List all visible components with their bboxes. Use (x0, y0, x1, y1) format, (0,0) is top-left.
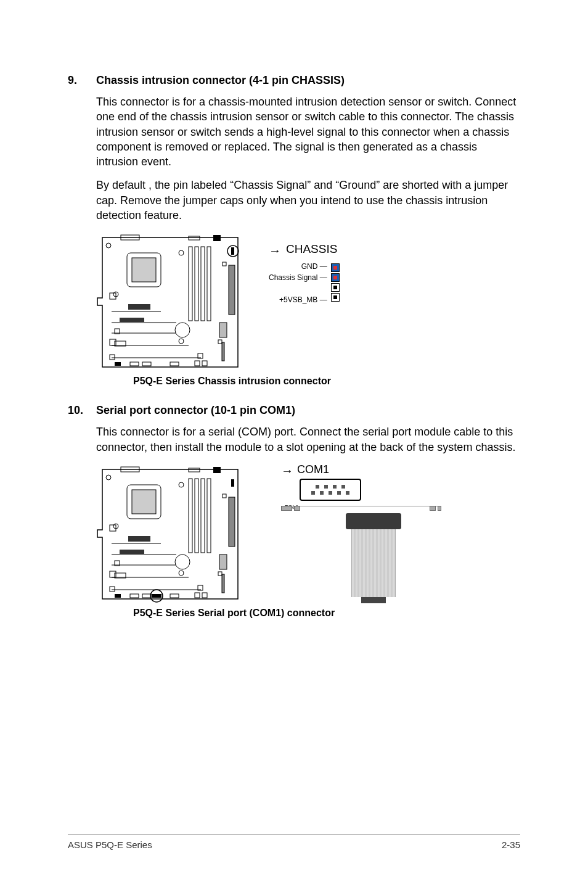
slot-bracket (281, 506, 441, 511)
svg-rect-55 (231, 479, 234, 487)
heading-row: 10. Serial port connector (10-1 pin COM1… (68, 404, 520, 417)
svg-rect-50 (195, 479, 198, 553)
pin-label-vsb: +5VSB_MB (279, 295, 317, 304)
chassis-label: CHASSIS (286, 242, 337, 256)
svg-rect-58 (218, 572, 222, 576)
svg-rect-57 (222, 574, 224, 593)
svg-point-46 (179, 482, 184, 487)
svg-point-5 (106, 243, 111, 248)
svg-rect-77 (110, 587, 115, 592)
svg-rect-33 (195, 361, 200, 366)
svg-rect-73 (202, 593, 207, 598)
svg-point-45 (106, 475, 111, 480)
svg-rect-71 (170, 594, 179, 598)
svg-rect-62 (120, 550, 144, 554)
motherboard-diagram (96, 463, 244, 605)
arrow-icon: → (281, 464, 293, 478)
svg-rect-17 (219, 323, 227, 337)
svg-rect-30 (130, 362, 139, 366)
figure-com1: → COM1 PIN 1 (96, 463, 520, 619)
pin-header (331, 263, 341, 303)
pin-label-gnd: GND (301, 262, 318, 271)
figure-chassis: → CHASSIS GND — Chassis Signal — +5VSB_M… (96, 231, 520, 387)
svg-rect-36 (110, 293, 116, 299)
com-header-box (300, 479, 361, 501)
svg-rect-53 (229, 497, 235, 547)
svg-rect-12 (207, 247, 211, 321)
svg-rect-14 (223, 262, 226, 266)
svg-rect-69 (130, 594, 139, 598)
section-chassis-intrusion: 9. Chassis intrusion connector (4-1 pin … (68, 74, 520, 387)
svg-rect-72 (195, 593, 200, 598)
svg-rect-19 (218, 340, 222, 344)
figure-caption: P5Q-E Series Chassis intrusion connector (133, 376, 520, 387)
svg-rect-9 (189, 247, 192, 321)
svg-rect-31 (142, 362, 151, 366)
heading-number: 9. (68, 74, 96, 87)
svg-rect-1 (189, 236, 200, 240)
svg-rect-10 (195, 247, 198, 321)
figure-caption: P5Q-E Series Serial port (COM1) connecto… (133, 608, 520, 619)
svg-rect-38 (110, 355, 115, 360)
svg-rect-80 (152, 594, 161, 598)
ribbon-cable (337, 513, 410, 603)
svg-rect-52 (207, 479, 211, 553)
svg-rect-18 (222, 342, 224, 361)
svg-rect-51 (201, 479, 205, 553)
svg-point-6 (179, 250, 184, 255)
footer-right: 2-35 (502, 840, 520, 850)
svg-rect-11 (201, 247, 205, 321)
svg-rect-42 (213, 467, 221, 473)
svg-rect-32 (170, 362, 179, 366)
com-module-diagram: → COM1 PIN 1 (281, 463, 466, 603)
section-serial-port: 10. Serial port connector (10-1 pin COM1… (68, 404, 520, 619)
svg-rect-29 (115, 362, 121, 366)
svg-rect-75 (110, 525, 116, 531)
heading-row: 9. Chassis intrusion connector (4-1 pin … (68, 74, 520, 87)
svg-point-59 (175, 555, 190, 569)
page-footer: ASUS P5Q-E Series 2-35 (68, 834, 520, 850)
svg-rect-35 (128, 304, 150, 310)
svg-rect-41 (189, 468, 200, 472)
arrow-icon: → (269, 244, 281, 258)
paragraph: This connector is for a chassis-mounted … (96, 94, 520, 169)
svg-rect-16 (231, 247, 234, 255)
svg-point-8 (179, 339, 184, 344)
svg-point-20 (175, 323, 190, 337)
svg-rect-23 (120, 318, 144, 322)
chassis-pinout: → CHASSIS GND — Chassis Signal — +5VSB_M… (269, 242, 341, 305)
svg-rect-54 (223, 494, 226, 498)
heading-title: Serial port connector (10-1 pin COM1) (96, 404, 295, 417)
heading-title: Chassis intrusion connector (4-1 pin CHA… (96, 74, 345, 87)
paragraph: This connector is for a serial (COM) por… (96, 424, 520, 455)
heading-number: 10. (68, 404, 96, 417)
pin-label-signal: Chassis Signal (269, 273, 317, 282)
svg-rect-34 (202, 361, 207, 366)
svg-rect-44 (132, 490, 156, 514)
svg-rect-13 (229, 265, 235, 315)
svg-point-48 (179, 571, 184, 576)
svg-rect-2 (213, 235, 221, 241)
footer-left: ASUS P5Q-E Series (68, 840, 152, 850)
motherboard-diagram (96, 231, 244, 373)
paragraph: By default , the pin labeled “Chassis Si… (96, 178, 520, 223)
svg-rect-74 (128, 536, 150, 542)
com-label: COM1 (297, 463, 329, 476)
svg-rect-4 (132, 258, 156, 282)
svg-rect-56 (219, 555, 227, 569)
svg-rect-49 (189, 479, 192, 553)
svg-rect-68 (115, 594, 121, 598)
svg-rect-70 (142, 594, 151, 598)
